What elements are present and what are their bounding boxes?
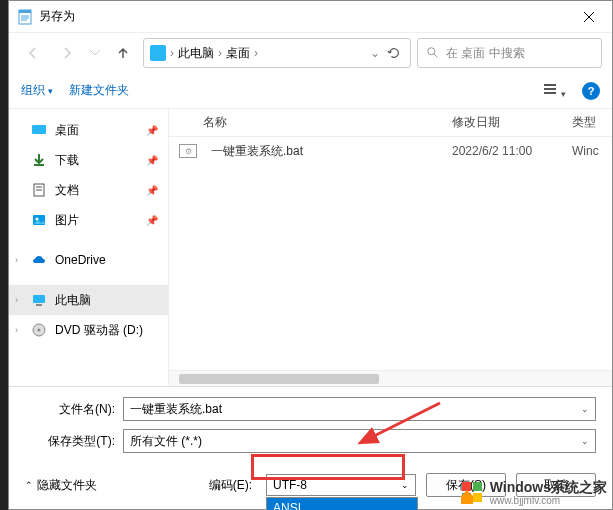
svg-rect-1	[19, 10, 31, 13]
file-name: 一键重装系统.bat	[211, 143, 452, 160]
sidebar-item-onedrive[interactable]: › OneDrive	[9, 245, 168, 275]
svg-rect-19	[36, 304, 42, 306]
up-button[interactable]	[109, 39, 137, 67]
watermark: Windows系统之家 www.bjjmlv.com	[460, 479, 607, 506]
svg-rect-26	[473, 493, 482, 502]
sidebar-item-label: DVD 驱动器 (D:)	[55, 322, 143, 339]
search-icon	[426, 46, 440, 60]
back-button[interactable]	[19, 39, 47, 67]
onedrive-icon	[31, 252, 47, 268]
title-bar: 另存为	[9, 1, 612, 33]
download-icon	[31, 152, 47, 168]
chevron-right-icon[interactable]: ›	[15, 325, 18, 335]
pin-icon: 📌	[146, 185, 158, 196]
filename-input[interactable]: 一键重装系统.bat ⌄	[123, 397, 596, 421]
col-name[interactable]: 名称	[179, 114, 452, 131]
scroll-thumb[interactable]	[179, 374, 379, 384]
col-type[interactable]: 类型	[572, 114, 612, 131]
chevron-right-icon[interactable]: ›	[15, 295, 18, 305]
document-icon	[31, 182, 47, 198]
search-input[interactable]: 在 桌面 中搜索	[417, 38, 602, 68]
breadcrumb-seg[interactable]: 桌面	[226, 45, 250, 62]
column-headers: 名称 修改日期 类型	[169, 109, 612, 137]
savetype-select[interactable]: 所有文件 (*.*) ⌄	[123, 429, 596, 453]
sidebar-item-dvd[interactable]: › DVD 驱动器 (D:)	[9, 315, 168, 345]
sidebar-item-desktop[interactable]: 桌面 📌	[9, 115, 168, 145]
chevron-down-icon: ▾	[48, 86, 53, 96]
sidebar-item-label: 下载	[55, 152, 79, 169]
svg-rect-11	[544, 92, 556, 94]
chevron-up-icon: ⌃	[25, 480, 33, 490]
encoding-label: 编码(E):	[209, 477, 252, 494]
svg-rect-10	[544, 88, 556, 90]
sidebar-item-documents[interactable]: 文档 📌	[9, 175, 168, 205]
file-row[interactable]: ⚙ 一键重装系统.bat 2022/6/2 11:00 Winc	[169, 137, 612, 165]
dvd-icon	[31, 322, 47, 338]
sidebar-item-label: 图片	[55, 212, 79, 229]
view-options-button[interactable]: ▾	[542, 81, 566, 100]
col-date[interactable]: 修改日期	[452, 114, 572, 131]
pin-icon: 📌	[146, 155, 158, 166]
address-bar[interactable]: › 此电脑 › 桌面 › ⌄	[143, 38, 411, 68]
svg-rect-12	[32, 125, 46, 134]
refresh-button[interactable]	[384, 46, 404, 60]
sidebar: 桌面 📌 下载 📌 文档 📌 图片 📌 › One	[9, 109, 169, 386]
sidebar-item-downloads[interactable]: 下载 📌	[9, 145, 168, 175]
form-area: 文件名(N): 一键重装系统.bat ⌄ 保存类型(T): 所有文件 (*.*)…	[9, 386, 612, 465]
svg-line-8	[434, 54, 438, 58]
nav-row: › 此电脑 › 桌面 › ⌄ 在 桌面 中搜索	[9, 33, 612, 73]
sidebar-item-label: 文档	[55, 182, 79, 199]
encoding-dropdown: ANSI UTF-16 LE UTF-16 BE	[266, 497, 418, 510]
svg-rect-23	[462, 482, 471, 491]
forward-button[interactable]	[53, 39, 81, 67]
close-button[interactable]	[566, 1, 612, 33]
new-folder-button[interactable]: 新建文件夹	[69, 82, 129, 99]
location-icon	[150, 45, 166, 61]
svg-rect-9	[544, 84, 556, 86]
h-scrollbar[interactable]	[169, 370, 612, 386]
sidebar-item-label: 此电脑	[55, 292, 91, 309]
chevron-down-icon: ⌄	[401, 480, 409, 490]
help-button[interactable]: ?	[582, 82, 600, 100]
hide-folders-toggle[interactable]: ⌃ 隐藏文件夹	[25, 477, 97, 494]
sidebar-item-pictures[interactable]: 图片 📌	[9, 205, 168, 235]
encoding-option-ansi[interactable]: ANSI	[267, 498, 417, 510]
file-date: 2022/6/2 11:00	[452, 144, 572, 158]
encoding-select[interactable]: UTF-8 ⌄ ANSI UTF-16 LE UTF-16 BE	[266, 474, 416, 496]
svg-point-21	[38, 329, 41, 332]
sidebar-item-label: OneDrive	[55, 253, 106, 267]
file-type: Winc	[572, 144, 612, 158]
chevron-right-icon: ›	[170, 46, 174, 60]
watermark-logo-icon	[460, 480, 486, 506]
chevron-down-icon[interactable]: ⌄	[581, 404, 589, 414]
svg-rect-18	[33, 295, 45, 303]
sidebar-item-thispc[interactable]: › 此电脑	[9, 285, 168, 315]
breadcrumb-seg[interactable]: 此电脑	[178, 45, 214, 62]
recent-dropdown[interactable]	[87, 39, 103, 67]
chevron-down-icon[interactable]: ⌄	[581, 436, 589, 446]
sidebar-item-label: 桌面	[55, 122, 79, 139]
pin-icon: 📌	[146, 215, 158, 226]
window-title: 另存为	[39, 8, 566, 25]
bat-file-icon: ⚙	[179, 144, 197, 158]
organize-button[interactable]: 组织 ▾	[21, 82, 53, 99]
pictures-icon	[31, 212, 47, 228]
svg-point-7	[428, 48, 435, 55]
file-list: 名称 修改日期 类型 ⚙ 一键重装系统.bat 2022/6/2 11:00 W…	[169, 109, 612, 386]
desktop-icon	[31, 122, 47, 138]
chevron-right-icon[interactable]: ›	[15, 255, 18, 265]
toolbar: 组织 ▾ 新建文件夹 ▾ ?	[9, 73, 612, 109]
pin-icon: 📌	[146, 125, 158, 136]
save-as-dialog: 另存为 › 此电脑 › 桌面 › ⌄	[8, 0, 613, 510]
filename-label: 文件名(N):	[25, 401, 115, 418]
savetype-label: 保存类型(T):	[25, 433, 115, 450]
chevron-right-icon: ›	[254, 46, 258, 60]
thispc-icon	[31, 292, 47, 308]
svg-rect-24	[473, 482, 482, 491]
chevron-right-icon: ›	[218, 46, 222, 60]
search-placeholder: 在 桌面 中搜索	[446, 45, 525, 62]
dropdown-icon[interactable]: ⌄	[370, 46, 380, 60]
notepad-icon	[17, 9, 33, 25]
